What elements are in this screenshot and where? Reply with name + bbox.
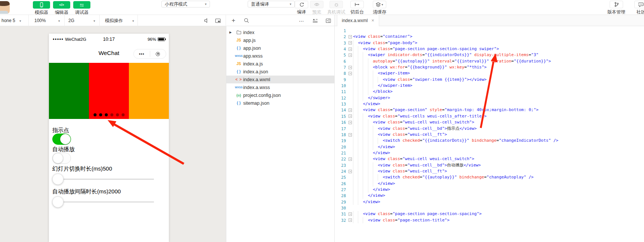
code-token: = — [390, 211, 393, 217]
mode-dropdown[interactable]: 小程序模式 ▾ — [161, 1, 210, 7]
fold-marker-icon[interactable] — [347, 119, 353, 125]
line-number: 30 — [335, 205, 347, 211]
line-number: 27 — [335, 187, 347, 193]
fold-marker-icon[interactable] — [347, 46, 353, 52]
fold-marker-icon[interactable] — [347, 52, 353, 58]
code-line: 15<view class="weui-cells weui-cells_aft… — [335, 113, 644, 119]
code-editor[interactable]: 12<view class="container">3<view class="… — [334, 26, 644, 242]
tree-item-app.json[interactable]: { }app.json — [226, 44, 334, 52]
swiper-component[interactable] — [49, 63, 169, 119]
code-line: 10</swiper-item> — [335, 83, 644, 89]
fold-marker-icon[interactable] — [347, 156, 353, 162]
code-token — [430, 58, 432, 64]
compile-button[interactable]: 编译 — [294, 1, 309, 15]
code-token: indicator-dots — [388, 52, 422, 58]
user-avatar[interactable] — [0, 1, 10, 14]
code-line: 19<switch checked="{{indicatorDots}}" bi… — [335, 138, 644, 144]
add-file-icon[interactable]: + — [232, 18, 235, 24]
slider-knob[interactable] — [52, 174, 64, 185]
tree-item-sitemap.json[interactable]: { }sitemap.json — [226, 99, 334, 107]
fold-marker-icon[interactable] — [347, 132, 353, 138]
fold-marker-icon[interactable] — [347, 211, 353, 217]
tab-index-a-wxml[interactable]: index.a.wxml× — [337, 15, 379, 26]
indent-guides — [353, 162, 378, 168]
tree-item-index.a.json[interactable]: { }index.a.json — [226, 68, 334, 76]
remote-debug-button[interactable]: 真机调试 — [326, 1, 347, 15]
line-number: 8 — [335, 70, 347, 76]
fold-marker-icon[interactable] — [347, 70, 353, 76]
top-toolbar: 模拟器 </> 编辑器 调试器 小程序模式 ▾ 普通编译 ▾ 编译 — [0, 0, 644, 15]
zoom-dropdown[interactable]: 100% ▾ — [34, 15, 60, 26]
tree-item-index[interactable]: ▶index — [226, 28, 334, 36]
close-icon[interactable]: × — [371, 18, 374, 23]
fold-marker-icon[interactable] — [347, 168, 353, 174]
code-token: "weui-cells weui-cells_after-title" — [397, 113, 484, 119]
tree-item-app.js[interactable]: JSapp.js — [226, 36, 334, 44]
clear-cache-button[interactable]: ▾ 清缓存 — [371, 1, 388, 15]
switch-background-button[interactable]: 切后台 — [348, 1, 366, 15]
swiper-item-green[interactable] — [49, 63, 89, 119]
compile-mode-dropdown[interactable]: 普通编译 ▾ — [248, 1, 295, 7]
collapse-sidebar-icon[interactable] — [326, 18, 331, 25]
simulator-toggle-button[interactable]: 模拟器 — [32, 1, 50, 16]
debugger-toggle-button[interactable]: 调试器 — [73, 1, 91, 16]
code-token: = — [385, 40, 388, 46]
code-token: </view> — [464, 162, 481, 168]
outline-icon[interactable] — [312, 18, 318, 25]
more-menu-icon[interactable]: ••• — [134, 52, 150, 56]
simulate-actions-dropdown[interactable]: 模拟操作 ▾ — [105, 15, 134, 26]
chevron-down-icon: ▾ — [132, 19, 134, 23]
editor-toggle-button[interactable]: </> 编辑器 — [53, 1, 71, 16]
line-number: 13 — [335, 101, 347, 107]
fold-gutter — [347, 205, 353, 211]
tree-item-index.a.wxss[interactable]: WXSSindex.a.wxss — [226, 83, 334, 91]
fold-marker-icon[interactable] — [347, 40, 353, 46]
exit-circle-icon[interactable] — [150, 52, 166, 56]
slider-knob[interactable] — [52, 196, 64, 208]
switch-on-toggle[interactable] — [52, 134, 71, 145]
fold-gutter — [347, 83, 353, 89]
code-line: 22<view class="weui-cell weui-cell_switc… — [335, 156, 644, 162]
swiper-item-orange[interactable] — [129, 63, 169, 119]
version-control-button[interactable]: 版本管理 — [606, 1, 627, 15]
network-dropdown[interactable]: 2G ▾ — [68, 15, 95, 26]
switch-off-toggle[interactable] — [52, 153, 71, 164]
expand-arrow-icon[interactable]: ▶ — [229, 31, 234, 34]
fold-marker-icon[interactable] — [347, 217, 353, 223]
line-number: 10 — [335, 83, 347, 89]
fold-marker-icon[interactable] — [347, 107, 353, 113]
fold-marker-icon[interactable] — [347, 34, 353, 40]
code-line: 31<view class="page-section page-section… — [335, 211, 644, 217]
tree-item-app.wxss[interactable]: WXSSapp.wxss — [226, 52, 334, 60]
floating-window-icon[interactable] — [215, 18, 221, 25]
tree-item-index.a.wxml[interactable]: < >index.a.wxml — [226, 76, 334, 83]
community-button[interactable]: 社区 — [633, 1, 644, 15]
indent-guides — [353, 193, 368, 199]
code-token: <view — [373, 119, 388, 125]
search-icon[interactable] — [244, 18, 249, 25]
code-token: class — [393, 132, 405, 138]
line-number: 14 — [335, 107, 347, 113]
fold-gutter — [347, 77, 353, 83]
swiper-item-red[interactable] — [89, 63, 129, 119]
slider[interactable] — [52, 173, 154, 185]
fold-gutter — [347, 199, 353, 205]
js-file-icon: JS — [234, 62, 243, 66]
code-token: duration — [492, 58, 511, 64]
fold-marker-icon[interactable] — [347, 64, 353, 70]
code-token: <view — [373, 156, 388, 162]
speaker-icon[interactable] — [204, 18, 209, 25]
device-dropdown[interactable]: hone 5 ▾ — [1, 15, 21, 26]
fold-gutter — [347, 181, 353, 187]
capsule-menu[interactable]: ••• — [133, 49, 166, 59]
tree-item-index.a.js[interactable]: JSindex.a.js — [226, 60, 334, 68]
indent-guides — [353, 64, 373, 70]
code-token: > — [479, 211, 482, 217]
slider[interactable] — [52, 196, 154, 208]
code-token: "weui-cell__bd" — [408, 126, 445, 132]
preview-button[interactable]: 预览 — [309, 1, 324, 15]
fold-marker-icon[interactable] — [347, 113, 353, 119]
wxss-file-icon: WXSS — [234, 55, 243, 57]
tree-item-project.config.json[interactable]: {o}project.config.json — [226, 91, 334, 99]
more-options-icon[interactable]: ⋯ — [299, 18, 304, 24]
